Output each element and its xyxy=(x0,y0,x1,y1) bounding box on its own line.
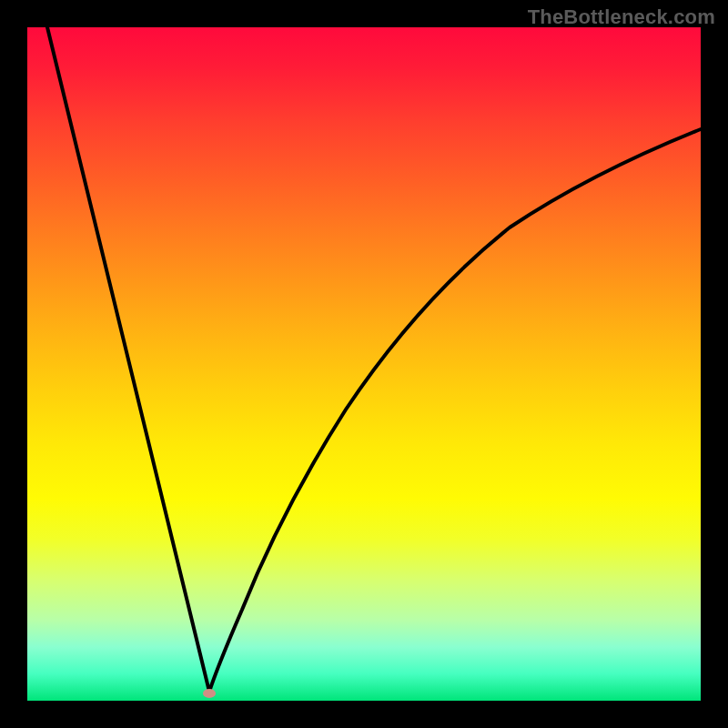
attribution-text: TheBottleneck.com xyxy=(528,5,715,29)
curve-path xyxy=(47,27,701,692)
curve-layer xyxy=(27,27,701,701)
plot-area xyxy=(27,27,701,701)
chart-frame: TheBottleneck.com xyxy=(0,0,728,728)
minimum-marker xyxy=(203,689,216,698)
